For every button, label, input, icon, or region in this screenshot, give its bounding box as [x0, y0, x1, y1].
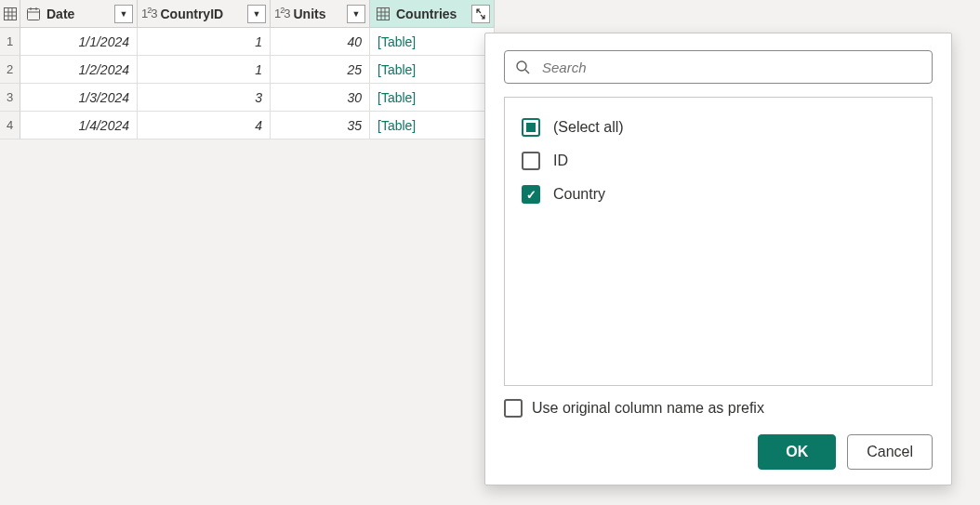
checkbox-unchecked[interactable] [504, 399, 523, 418]
svg-point-14 [517, 61, 526, 71]
cell-date[interactable]: 1/3/2024 [20, 84, 138, 112]
cell-units[interactable]: 25 [271, 56, 370, 84]
cell-units[interactable]: 40 [271, 28, 370, 56]
row-number[interactable]: 4 [0, 112, 20, 140]
cell-countryid[interactable]: 1 [138, 28, 271, 56]
filter-dropdown-button[interactable]: ▼ [247, 5, 266, 23]
option-label: ID [553, 153, 568, 169]
cell-units[interactable]: 30 [271, 84, 370, 112]
search-input[interactable] [504, 50, 933, 84]
number-type-icon: 123 [141, 7, 156, 20]
row-number[interactable]: 2 [0, 56, 20, 84]
column-header-date[interactable]: Date ▼ [20, 0, 138, 28]
table-icon [374, 6, 392, 22]
row-number[interactable]: 1 [0, 28, 20, 56]
expand-button[interactable] [471, 5, 490, 23]
column-header-label: Date [46, 7, 74, 21]
filter-dropdown-button[interactable]: ▼ [347, 5, 365, 23]
cell-countries-table-link[interactable]: [Table] [370, 28, 495, 56]
prefix-option[interactable]: Use original column name as prefix [504, 399, 933, 418]
option-label: (Select all) [553, 119, 624, 136]
cell-countryid[interactable]: 4 [138, 112, 271, 140]
filter-dropdown-button[interactable]: ▼ [114, 5, 133, 23]
cell-countries-table-link[interactable]: [Table] [370, 112, 495, 140]
column-header-countries[interactable]: Countries [370, 0, 495, 28]
checkbox-checked[interactable] [522, 185, 540, 204]
cell-date[interactable]: 1/4/2024 [20, 112, 138, 140]
column-header-row: Date ▼ 123 CountryID ▼ 123 Units ▼ Count… [0, 0, 980, 28]
svg-rect-5 [28, 8, 40, 20]
expand-column-popup: (Select all) ID Country Use original col… [484, 33, 952, 485]
cell-countryid[interactable]: 3 [138, 84, 271, 112]
checkbox-unchecked[interactable] [522, 152, 540, 170]
column-header-label: Countries [396, 7, 457, 21]
cell-date[interactable]: 1/1/2024 [20, 28, 138, 56]
calendar-icon [24, 6, 43, 22]
cell-countries-table-link[interactable]: [Table] [370, 84, 495, 112]
table-icon [4, 7, 17, 20]
row-number[interactable]: 3 [0, 84, 20, 112]
cell-countryid[interactable]: 1 [138, 56, 271, 84]
column-header-label: CountryID [160, 7, 223, 21]
number-type-icon: 123 [274, 7, 289, 20]
column-header-units[interactable]: 123 Units ▼ [271, 0, 370, 28]
column-select-list: (Select all) ID Country [504, 97, 933, 386]
svg-line-15 [525, 70, 529, 73]
option-label: Country [553, 186, 605, 203]
search-field-wrap [504, 50, 933, 84]
cell-date[interactable]: 1/2/2024 [20, 56, 138, 84]
cell-countries-table-link[interactable]: [Table] [370, 56, 495, 84]
option-id[interactable]: ID [514, 144, 922, 178]
search-icon [515, 60, 530, 74]
checkbox-indeterminate[interactable] [522, 118, 540, 137]
dialog-buttons: OK Cancel [504, 434, 933, 470]
expand-icon [474, 8, 487, 20]
column-header-countryid[interactable]: 123 CountryID ▼ [138, 0, 271, 28]
option-country[interactable]: Country [514, 178, 922, 211]
chevron-down-icon: ▼ [253, 9, 261, 19]
cell-units[interactable]: 35 [271, 112, 370, 140]
option-select-all[interactable]: (Select all) [514, 111, 922, 144]
chevron-down-icon: ▼ [120, 9, 128, 19]
svg-rect-9 [377, 7, 390, 20]
chevron-down-icon: ▼ [352, 9, 361, 19]
select-all-corner[interactable] [0, 0, 20, 28]
cancel-button[interactable]: Cancel [847, 434, 933, 470]
ok-button[interactable]: OK [758, 434, 836, 470]
prefix-label: Use original column name as prefix [532, 400, 764, 417]
column-header-label: Units [293, 7, 325, 21]
svg-rect-0 [4, 7, 16, 20]
